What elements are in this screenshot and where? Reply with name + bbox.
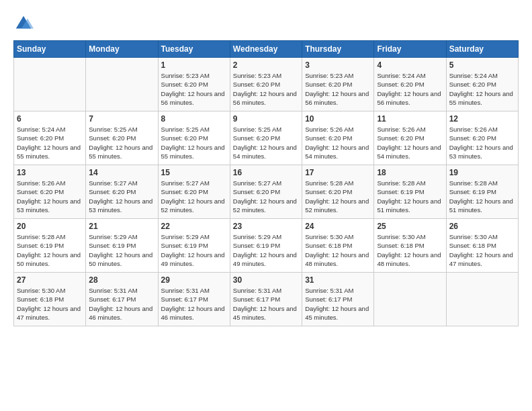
- calendar-cell: 3Sunrise: 5:23 AM Sunset: 6:20 PM Daylig…: [302, 58, 374, 111]
- calendar-cell: 14Sunrise: 5:27 AM Sunset: 6:20 PM Dayli…: [86, 165, 158, 219]
- weekday-header-wednesday: Wednesday: [230, 41, 302, 58]
- day-number: 8: [161, 114, 227, 124]
- calendar-cell: 27Sunrise: 5:30 AM Sunset: 6:18 PM Dayli…: [14, 273, 86, 326]
- day-number: 13: [17, 168, 83, 177]
- calendar-cell: 30Sunrise: 5:31 AM Sunset: 6:17 PM Dayli…: [230, 273, 302, 326]
- day-info: Sunrise: 5:30 AM Sunset: 6:18 PM Dayligh…: [305, 232, 371, 268]
- calendar-cell: 9Sunrise: 5:25 AM Sunset: 6:20 PM Daylig…: [230, 111, 302, 165]
- calendar-cell: [86, 58, 158, 111]
- day-info: Sunrise: 5:29 AM Sunset: 6:19 PM Dayligh…: [233, 232, 299, 268]
- logo-icon: [13, 13, 34, 34]
- calendar-cell: 19Sunrise: 5:28 AM Sunset: 6:19 PM Dayli…: [446, 165, 518, 219]
- day-info: Sunrise: 5:28 AM Sunset: 6:19 PM Dayligh…: [17, 232, 83, 268]
- day-number: 19: [449, 168, 515, 177]
- day-info: Sunrise: 5:23 AM Sunset: 6:20 PM Dayligh…: [305, 71, 371, 107]
- day-info: Sunrise: 5:31 AM Sunset: 6:17 PM Dayligh…: [233, 286, 299, 322]
- calendar-header: SundayMondayTuesdayWednesdayThursdayFrid…: [14, 41, 519, 58]
- day-number: 3: [305, 60, 371, 70]
- day-info: Sunrise: 5:31 AM Sunset: 6:17 PM Dayligh…: [89, 286, 154, 322]
- calendar-cell: 29Sunrise: 5:31 AM Sunset: 6:17 PM Dayli…: [158, 273, 230, 326]
- day-number: 12: [449, 114, 515, 124]
- weekday-header-tuesday: Tuesday: [158, 41, 230, 58]
- day-info: Sunrise: 5:25 AM Sunset: 6:20 PM Dayligh…: [233, 125, 299, 161]
- day-number: 10: [305, 114, 371, 124]
- day-number: 21: [89, 222, 154, 231]
- calendar-cell: 13Sunrise: 5:26 AM Sunset: 6:20 PM Dayli…: [14, 165, 86, 219]
- calendar-week-1: 1Sunrise: 5:23 AM Sunset: 6:20 PM Daylig…: [14, 58, 519, 111]
- day-info: Sunrise: 5:30 AM Sunset: 6:18 PM Dayligh…: [449, 232, 515, 268]
- day-info: Sunrise: 5:27 AM Sunset: 6:20 PM Dayligh…: [89, 179, 154, 214]
- day-number: 26: [449, 222, 515, 231]
- calendar-cell: 15Sunrise: 5:27 AM Sunset: 6:20 PM Dayli…: [158, 165, 230, 219]
- calendar-cell: 17Sunrise: 5:28 AM Sunset: 6:20 PM Dayli…: [302, 165, 374, 219]
- calendar-table: SundayMondayTuesdayWednesdayThursdayFrid…: [13, 40, 519, 326]
- day-number: 23: [233, 222, 299, 231]
- day-info: Sunrise: 5:29 AM Sunset: 6:19 PM Dayligh…: [89, 232, 154, 268]
- day-number: 30: [233, 275, 299, 285]
- calendar-cell: 12Sunrise: 5:26 AM Sunset: 6:20 PM Dayli…: [446, 111, 518, 165]
- calendar-cell: 24Sunrise: 5:30 AM Sunset: 6:18 PM Dayli…: [302, 219, 374, 273]
- day-info: Sunrise: 5:26 AM Sunset: 6:20 PM Dayligh…: [377, 125, 443, 161]
- day-number: 17: [305, 168, 371, 177]
- day-number: 28: [89, 275, 154, 285]
- calendar-cell: 16Sunrise: 5:27 AM Sunset: 6:20 PM Dayli…: [230, 165, 302, 219]
- day-info: Sunrise: 5:26 AM Sunset: 6:20 PM Dayligh…: [305, 125, 371, 161]
- day-number: 4: [377, 60, 443, 70]
- day-number: 15: [161, 168, 227, 177]
- day-info: Sunrise: 5:29 AM Sunset: 6:19 PM Dayligh…: [161, 232, 227, 268]
- calendar-week-5: 27Sunrise: 5:30 AM Sunset: 6:18 PM Dayli…: [14, 273, 519, 326]
- day-info: Sunrise: 5:23 AM Sunset: 6:20 PM Dayligh…: [233, 71, 299, 107]
- day-info: Sunrise: 5:26 AM Sunset: 6:20 PM Dayligh…: [449, 125, 515, 161]
- weekday-header-saturday: Saturday: [446, 41, 518, 58]
- logo: [13, 13, 36, 34]
- weekday-header-thursday: Thursday: [302, 41, 374, 58]
- weekday-header-sunday: Sunday: [14, 41, 86, 58]
- day-number: 31: [305, 275, 371, 285]
- day-number: 25: [377, 222, 443, 231]
- day-info: Sunrise: 5:24 AM Sunset: 6:20 PM Dayligh…: [377, 71, 443, 107]
- calendar-cell: 23Sunrise: 5:29 AM Sunset: 6:19 PM Dayli…: [230, 219, 302, 273]
- day-number: 7: [89, 114, 154, 124]
- calendar-cell: [374, 273, 446, 326]
- calendar-cell: 6Sunrise: 5:24 AM Sunset: 6:20 PM Daylig…: [14, 111, 86, 165]
- day-info: Sunrise: 5:28 AM Sunset: 6:20 PM Dayligh…: [305, 179, 371, 214]
- day-info: Sunrise: 5:30 AM Sunset: 6:18 PM Dayligh…: [377, 232, 443, 268]
- calendar-cell: 5Sunrise: 5:24 AM Sunset: 6:20 PM Daylig…: [446, 58, 518, 111]
- day-info: Sunrise: 5:28 AM Sunset: 6:19 PM Dayligh…: [377, 179, 443, 214]
- calendar-week-3: 13Sunrise: 5:26 AM Sunset: 6:20 PM Dayli…: [14, 165, 519, 219]
- calendar-cell: 10Sunrise: 5:26 AM Sunset: 6:20 PM Dayli…: [302, 111, 374, 165]
- day-info: Sunrise: 5:27 AM Sunset: 6:20 PM Dayligh…: [161, 179, 227, 214]
- day-info: Sunrise: 5:25 AM Sunset: 6:20 PM Dayligh…: [161, 125, 227, 161]
- calendar-week-2: 6Sunrise: 5:24 AM Sunset: 6:20 PM Daylig…: [14, 111, 519, 165]
- calendar-cell: [14, 58, 86, 111]
- weekday-header-friday: Friday: [374, 41, 446, 58]
- calendar-cell: 20Sunrise: 5:28 AM Sunset: 6:19 PM Dayli…: [14, 219, 86, 273]
- calendar-cell: 4Sunrise: 5:24 AM Sunset: 6:20 PM Daylig…: [374, 58, 446, 111]
- calendar-cell: 18Sunrise: 5:28 AM Sunset: 6:19 PM Dayli…: [374, 165, 446, 219]
- day-info: Sunrise: 5:25 AM Sunset: 6:20 PM Dayligh…: [89, 125, 154, 161]
- calendar-cell: 21Sunrise: 5:29 AM Sunset: 6:19 PM Dayli…: [86, 219, 158, 273]
- weekday-header-monday: Monday: [86, 41, 158, 58]
- day-number: 9: [233, 114, 299, 124]
- calendar-cell: 11Sunrise: 5:26 AM Sunset: 6:20 PM Dayli…: [374, 111, 446, 165]
- calendar-cell: 31Sunrise: 5:31 AM Sunset: 6:17 PM Dayli…: [302, 273, 374, 326]
- day-number: 2: [233, 60, 299, 70]
- day-number: 29: [161, 275, 227, 285]
- calendar-cell: [446, 273, 518, 326]
- calendar-week-4: 20Sunrise: 5:28 AM Sunset: 6:19 PM Dayli…: [14, 219, 519, 273]
- day-number: 1: [161, 60, 227, 70]
- weekday-header-row: SundayMondayTuesdayWednesdayThursdayFrid…: [14, 41, 519, 58]
- calendar-cell: 28Sunrise: 5:31 AM Sunset: 6:17 PM Dayli…: [86, 273, 158, 326]
- day-number: 18: [377, 168, 443, 177]
- calendar-cell: 26Sunrise: 5:30 AM Sunset: 6:18 PM Dayli…: [446, 219, 518, 273]
- day-number: 6: [17, 114, 83, 124]
- page-header: [13, 13, 519, 34]
- day-info: Sunrise: 5:26 AM Sunset: 6:20 PM Dayligh…: [17, 179, 83, 214]
- day-info: Sunrise: 5:23 AM Sunset: 6:20 PM Dayligh…: [161, 71, 227, 107]
- day-number: 11: [377, 114, 443, 124]
- calendar-cell: 8Sunrise: 5:25 AM Sunset: 6:20 PM Daylig…: [158, 111, 230, 165]
- day-info: Sunrise: 5:24 AM Sunset: 6:20 PM Dayligh…: [17, 125, 83, 161]
- day-number: 16: [233, 168, 299, 177]
- calendar-body: 1Sunrise: 5:23 AM Sunset: 6:20 PM Daylig…: [14, 58, 519, 326]
- day-info: Sunrise: 5:28 AM Sunset: 6:19 PM Dayligh…: [449, 179, 515, 214]
